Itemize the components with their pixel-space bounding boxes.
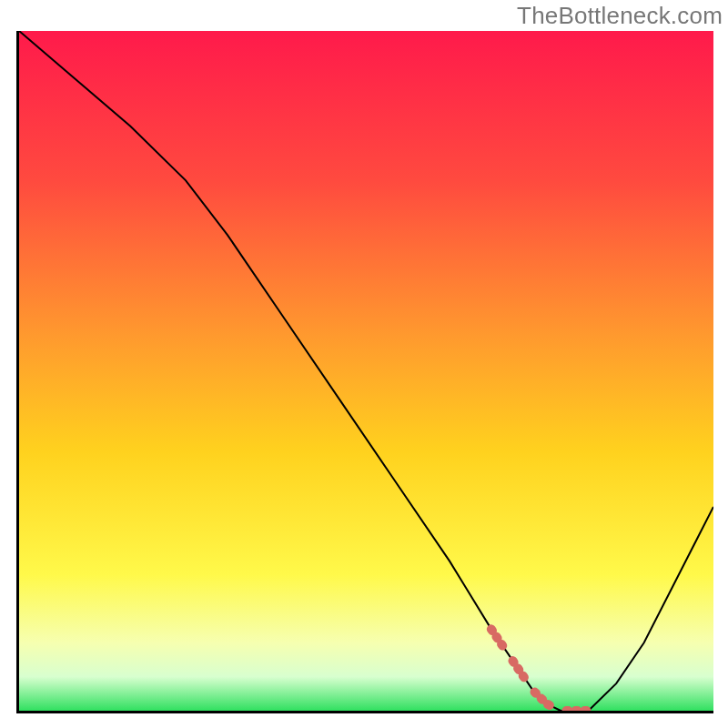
plot-frame xyxy=(16,31,713,713)
highlight-segment xyxy=(491,629,589,711)
watermark-text: TheBottleneck.com xyxy=(517,2,723,30)
marker-layer xyxy=(19,31,713,711)
chart-stage: TheBottleneck.com xyxy=(0,0,728,728)
